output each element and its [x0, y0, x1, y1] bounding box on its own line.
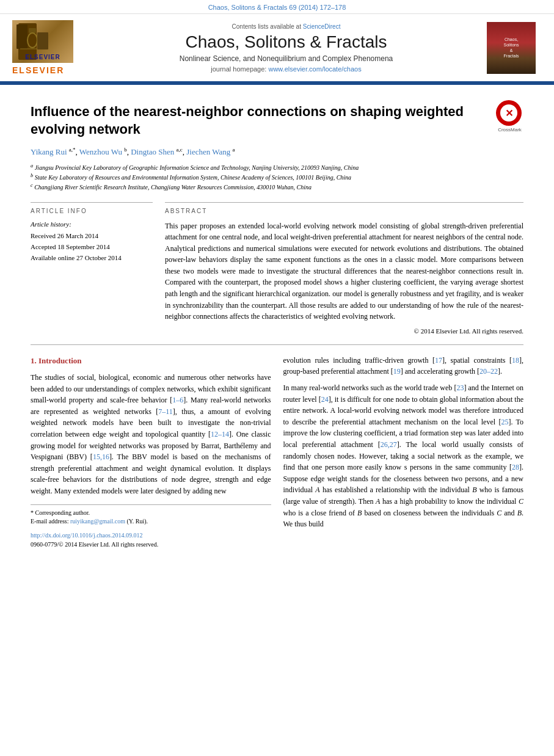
sciencedirect-line: Contents lists available at ScienceDirec… [92, 23, 481, 30]
affiliations: a Jiangsu Provincial Key Laboratory of G… [31, 162, 523, 192]
crossmark-inner: ✕ [500, 104, 517, 122]
svg-rect-1 [29, 28, 36, 33]
journal-header: ELSEVIER Contents lists available at Sci… [0, 14, 554, 83]
abstract-section: ABSTRACT This paper proposes an extended… [165, 202, 523, 335]
svg-rect-4 [37, 32, 48, 49]
intro-section-title: 1. Introduction [31, 355, 271, 367]
abstract-text: This paper proposes an extended local-wo… [165, 220, 523, 322]
intro-para-1: The studies of social, biological, econo… [31, 372, 271, 497]
crossmark-badge: ✕ CrossMark [496, 100, 523, 128]
paper-title: Influence of the nearest-neighbor connec… [31, 103, 523, 138]
footnote-star-line: * Corresponding author. [31, 509, 271, 517]
citation-text: Chaos, Solitons & Fractals 69 (2014) 172… [208, 4, 346, 11]
intro-col2-para1: evolution rules including traffic-driven… [283, 355, 524, 377]
issn-line: 0960-0779/© 2014 Elsevier Ltd. All right… [31, 540, 271, 550]
svg-rect-0 [16, 24, 27, 49]
journal-cover-image: Chaos,Solitons&Fractals [487, 22, 536, 74]
accepted-date: Accepted 18 September 2014 [31, 242, 153, 252]
ref-19: 19 [393, 367, 401, 376]
author-3: Dingtao Shen [131, 148, 174, 157]
intro-col2-para2: In many real-world networks such as the … [283, 382, 524, 530]
received-date: Received 26 March 2014 [31, 231, 153, 241]
crossmark-symbol: ✕ [505, 107, 513, 119]
authors-line: Yikang Rui a,*, Wenzhou Wu b, Dingtao Sh… [31, 147, 523, 157]
ref-26-27: 26,27 [381, 440, 397, 449]
ref-18: 18 [512, 356, 519, 365]
author-1-sup: a,* [69, 147, 76, 153]
info-abstract-section: ARTICLE INFO Article history: Received 2… [31, 202, 523, 335]
abstract-title: ABSTRACT [165, 208, 523, 214]
svg-point-2 [27, 33, 37, 48]
paper-content: ✕ CrossMark Influence of the nearest-nei… [0, 85, 554, 562]
author-1: Yikang Rui [31, 148, 67, 157]
elsevier-brand-text: ELSEVIER [12, 65, 64, 75]
crossmark-label: CrossMark [496, 127, 523, 133]
doi-line: http://dx.doi.org/10.1016/j.chaos.2014.0… [31, 531, 271, 540]
ref-24: 24 [321, 395, 329, 404]
copyright-line: © 2014 Elsevier Ltd. All rights reserved… [165, 327, 523, 335]
affiliation-b: b State Key Laboratory of Resources and … [31, 172, 523, 182]
elsevier-logo: ELSEVIER [12, 20, 86, 75]
ref-12-14: 12–14 [211, 430, 229, 438]
journal-homepage: journal homepage: www.elsevier.com/locat… [92, 65, 481, 73]
ref-20-22: 20–22 [479, 367, 498, 376]
affiliation-c: c Changjiang River Scientific Research I… [31, 182, 523, 192]
ref-15-16: 15,16 [93, 453, 109, 461]
crossmark-circle: ✕ [496, 100, 522, 126]
amount-word: amount [208, 407, 230, 416]
footnote-area: * Corresponding author. E-mail address: … [31, 504, 271, 550]
author-2: Wenzhou Wu [79, 148, 122, 157]
article-info: ARTICLE INFO Article history: Received 2… [31, 202, 153, 335]
author-2-sup: b [124, 147, 127, 153]
sciencedirect-link[interactable]: ScienceDirect [303, 23, 341, 30]
journal-subtitle: Nonlinear Science, and Nonequilibrium an… [92, 54, 481, 63]
article-info-title: ARTICLE INFO [31, 208, 153, 214]
section-divider [31, 344, 523, 345]
author-3-sup: a,c [177, 147, 183, 153]
author-4-sup: a [233, 147, 235, 153]
footnote-email[interactable]: ruiyikang@gmail.com [70, 518, 125, 525]
article-history-label: Article history: [31, 220, 153, 228]
body-col-right: evolution rules including traffic-driven… [283, 355, 524, 550]
journal-cover-area: Chaos,Solitons&Fractals [487, 22, 542, 74]
elsevier-logo-area: ELSEVIER [12, 20, 86, 75]
footnote-email-line: E-mail address: ruiyikang@gmail.com (Y. … [31, 517, 271, 526]
ref-28: 28 [512, 463, 519, 471]
body-content: 1. Introduction The studies of social, b… [31, 355, 523, 550]
ref-7-11: 7–11 [158, 407, 173, 416]
author-4: Jiechen Wang [186, 148, 230, 157]
citation-bar: Chaos, Solitons & Fractals 69 (2014) 172… [0, 0, 554, 14]
body-col-left: 1. Introduction The studies of social, b… [31, 355, 271, 550]
elsevier-logo-image [12, 20, 73, 63]
journal-title: Chaos, Solitons & Fractals [92, 32, 481, 52]
ref-25: 25 [501, 418, 508, 426]
journal-cover-text: Chaos,Solitons&Fractals [504, 37, 519, 59]
ref-23: 23 [456, 383, 464, 392]
affiliation-a: a Jiangsu Provincial Key Laboratory of G… [31, 162, 523, 172]
journal-info-center: Contents lists available at ScienceDirec… [86, 23, 487, 73]
ref-1-6: 1–6 [172, 396, 183, 404]
available-date: Available online 27 October 2014 [31, 253, 153, 263]
homepage-url[interactable]: www.elsevier.com/locate/chaos [268, 65, 361, 73]
ref-17: 17 [435, 356, 442, 365]
